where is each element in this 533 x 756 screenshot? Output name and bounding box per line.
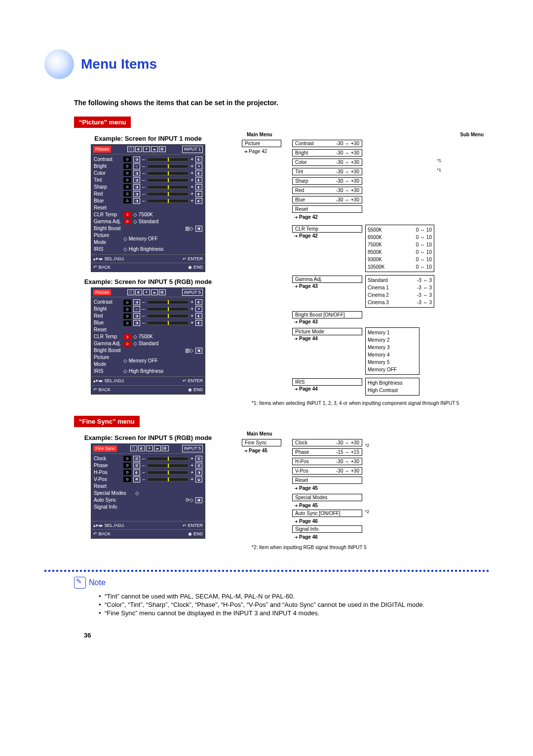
osd-footer: ▴▾◂▸ SEL./ADJ. ENTER	[91, 254, 205, 263]
osd-body: Contrast0◑–+◐ Bright0☼–+☀ Color0◑–+◐ Tin…	[91, 155, 205, 254]
title-row: Menu Items	[44, 49, 489, 79]
main-menu-label: Main Menu	[247, 132, 272, 137]
osd-picture-input1: Picture ▢ ◐ ✦ ☁ ▤ INPUT 1 Contrast0◑–+◐ …	[91, 144, 205, 272]
camera-icon: ▣	[195, 348, 202, 354]
osd-input: INPUT 1	[182, 146, 203, 153]
osd-nav-icon: ▤	[159, 146, 166, 152]
osd-nav-icon: ✦	[143, 146, 150, 152]
note-title: Note	[89, 578, 106, 587]
osd-fine-sync: Fine Sync ▢◐✦☁▤ INPUT 5 Clock0▥–+▥ Phase…	[91, 443, 205, 539]
tree-root: Picture	[242, 140, 281, 147]
note-item: “Tint” cannot be used with PAL, SECAM, P…	[99, 593, 489, 600]
page-title: Menu Items	[81, 56, 157, 72]
sub-menu-label: Sub Menu	[460, 132, 484, 137]
fine-sync-menu-tag: “Fine Sync” menu	[74, 416, 140, 427]
fine-sync-tree: Main Menu Fine Sync Page 45 Clock-30 ↔ +…	[242, 431, 489, 550]
fine-sync-content: Example: Screen for INPUT 5 (RGB) mode F…	[44, 431, 489, 550]
example3-title: Example: Screen for INPUT 5 (RGB) mode	[74, 434, 222, 441]
main-menu-label: Main Menu	[247, 431, 272, 437]
osd-nav-icon: ▢	[127, 146, 134, 152]
camera-icon: ▣	[195, 226, 202, 232]
picture-menu-tag: “Picture” menu	[74, 117, 131, 128]
picture-content: Example: Screen for INPUT 1 mode Picture…	[44, 132, 489, 406]
picture-examples: Example: Screen for INPUT 1 mode Picture…	[74, 132, 222, 400]
tree2-footnote: *2: Item when inputting RGB signal throu…	[252, 545, 489, 550]
page-subtitle: The following shows the items that can b…	[74, 99, 489, 107]
tree-root-col: Picture Page 42	[242, 139, 281, 154]
note-list: “Tint” cannot be used with PAL, SECAM, P…	[79, 593, 489, 617]
note-icon	[74, 577, 86, 589]
note-item: “Color”, “Tint”, “Sharp”, “Clock”, “Phas…	[99, 601, 489, 608]
osd-header: Picture ▢ ◐ ✦ ☁ ▤ INPUT 1	[91, 145, 205, 155]
example1-title: Example: Screen for INPUT 1 mode	[74, 135, 222, 142]
iris-options: High Brightness High Contrast	[365, 378, 419, 396]
tree1-footnote: *1: Items when selecting INPUT 1, 2, 3, …	[252, 400, 489, 406]
manual-page: Menu Items The following shows the items…	[0, 0, 533, 659]
clr-temp-options: 5500K0 ↔ 10 6500K0 ↔ 10 7500K0 ↔ 10 8500…	[365, 225, 434, 272]
osd-nav-icon: ◐	[135, 146, 142, 152]
osd-picture-input5: Picture ▢◐✦☁▤ INPUT 5 Contrast0◑–+◐ Brig…	[91, 287, 205, 395]
note-item: “Fine Sync” menu cannot be displayed in …	[99, 609, 489, 617]
example2-title: Example: Screen for INPUT 5 (RGB) mode	[74, 278, 222, 285]
osd-tab: Picture	[93, 146, 111, 153]
swirl-icon	[44, 49, 74, 79]
picture-tree: Main Menu Sub Menu Picture Page 42 Contr…	[242, 132, 489, 406]
page-ref: Page 42	[242, 149, 281, 154]
sync-icon: ▣	[195, 497, 202, 503]
tree-level1: Contrast-30 ↔ +30 Bright-30 ↔ +30 Color-…	[292, 139, 434, 396]
gamma-options: Standard-3 ↔ 3 Cinema 1-3 ↔ 3 Cinema 2-3…	[365, 275, 434, 308]
osd-footer2: ↶ BACK END	[91, 263, 205, 272]
osd-nav-icon: ☁	[151, 146, 158, 152]
picture-mode-options: Memory 1 Memory 2 Memory 3 Memory 4 Memo…	[365, 327, 419, 375]
osd-icons: ▢ ◐ ✦ ☁ ▤	[127, 146, 166, 152]
note-header: Note	[74, 577, 489, 589]
note-separator	[44, 570, 489, 572]
page-number: 36	[84, 632, 489, 639]
